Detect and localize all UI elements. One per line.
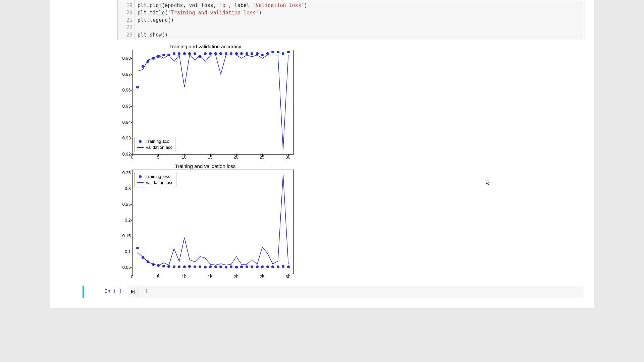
data-point <box>277 265 279 268</box>
cell-prompt: In [ ]: <box>84 286 128 298</box>
y-tick-label: 0.3 <box>125 186 131 191</box>
data-point <box>219 52 222 55</box>
y-tick-label: 0.95 <box>122 104 131 109</box>
x-tick-label: 30 <box>285 274 290 279</box>
x-tick-label: 25 <box>260 155 264 160</box>
data-point <box>266 52 269 55</box>
data-point <box>178 52 180 55</box>
output-area: Training and validation accuracy0.920.93… <box>117 40 594 282</box>
y-tick-label: 0.35 <box>122 170 131 175</box>
x-tick-label: 0 <box>131 274 133 279</box>
x-tick-label: 5 <box>157 155 159 160</box>
y-tick-label: 0.93 <box>122 135 131 140</box>
data-point <box>235 266 238 268</box>
data-point <box>204 266 207 268</box>
y-tick-label: 0.97 <box>122 72 131 77</box>
plot-area: Training accValidation acc <box>132 50 294 155</box>
data-point <box>204 52 207 55</box>
y-tick-label: 0.15 <box>122 233 131 238</box>
data-point <box>152 263 155 266</box>
data-point <box>225 266 227 268</box>
code-gutter: 19 20 21 22 23 <box>118 0 135 40</box>
x-tick-label: 20 <box>233 274 238 279</box>
y-tick-label: 0.25 <box>122 202 131 207</box>
input-code-area[interactable] <box>150 286 584 298</box>
data-point <box>256 265 259 268</box>
data-point <box>287 51 290 53</box>
data-point <box>188 52 191 55</box>
y-tick-label: 0.92 <box>122 152 131 157</box>
code-cell-output-source: 19 20 21 22 23 plt.plot(epochs, val_loss… <box>50 0 594 40</box>
accuracy-chart: Training and validation accuracy0.920.93… <box>117 44 294 161</box>
legend-label: Training acc <box>146 138 169 144</box>
y-tick-label: 0.2 <box>125 218 131 223</box>
x-tick-label: 30 <box>285 155 290 160</box>
data-point <box>152 57 155 60</box>
data-point <box>235 52 238 55</box>
data-point <box>225 52 227 55</box>
code-body[interactable]: plt.plot(epochs, val_loss, 'b', label='V… <box>135 0 585 40</box>
y-tick-label: 0.96 <box>122 87 131 93</box>
legend-dot-icon <box>139 140 142 143</box>
x-tick-label: 25 <box>260 274 264 279</box>
legend-label: Validation acc <box>146 144 172 150</box>
x-tick-label: 15 <box>208 274 212 279</box>
data-point <box>194 52 196 55</box>
x-tick-label: 20 <box>233 155 238 160</box>
loss-chart: Training and validation loss0.050.10.150… <box>117 163 294 280</box>
legend-label: Training loss <box>146 174 170 180</box>
data-point <box>287 265 290 268</box>
legend-line-icon <box>137 182 144 183</box>
data-point <box>230 52 232 55</box>
y-tick-label: 0.05 <box>122 265 131 270</box>
data-point <box>240 52 243 55</box>
x-tick-label: 0 <box>131 155 133 160</box>
chart-legend: Training accValidation acc <box>135 137 175 152</box>
legend-label: Validation loss <box>146 180 173 186</box>
y-tick-label: 0.1 <box>125 249 131 254</box>
notebook: 19 20 21 22 23 plt.plot(epochs, val_loss… <box>50 0 594 308</box>
input-gutter: 1 <box>138 286 150 298</box>
code-cell[interactable]: 19 20 21 22 23 plt.plot(epochs, val_loss… <box>117 0 585 40</box>
x-tick-label: 10 <box>182 274 186 279</box>
input-cell[interactable]: In [ ]: 1 <box>83 286 584 298</box>
x-tick-label: 5 <box>157 274 159 279</box>
chart-legend: Training lossValidation loss <box>135 172 176 187</box>
data-point <box>142 65 144 68</box>
data-point <box>246 52 248 55</box>
chart-title: Training and validation accuracy <box>117 44 293 49</box>
data-point <box>271 51 274 53</box>
x-tick-label: 10 <box>182 155 186 160</box>
data-point <box>251 52 253 55</box>
plot-area: Training lossValidation loss <box>132 170 294 274</box>
legend-dot-icon <box>139 175 142 178</box>
data-point <box>209 52 212 55</box>
data-point <box>282 52 284 55</box>
x-tick-label: 15 <box>208 155 212 160</box>
chart-title: Training and validation loss <box>117 163 293 169</box>
run-cell-icon[interactable] <box>128 286 138 298</box>
data-point <box>277 51 279 53</box>
y-tick-label: 0.98 <box>122 56 131 61</box>
data-point <box>256 52 259 55</box>
legend-line-icon <box>137 147 144 148</box>
data-point <box>214 52 217 55</box>
y-tick-label: 0.94 <box>122 120 131 125</box>
data-point <box>173 52 175 55</box>
data-point <box>183 52 186 55</box>
data-point <box>266 265 269 268</box>
data-point <box>246 265 248 268</box>
